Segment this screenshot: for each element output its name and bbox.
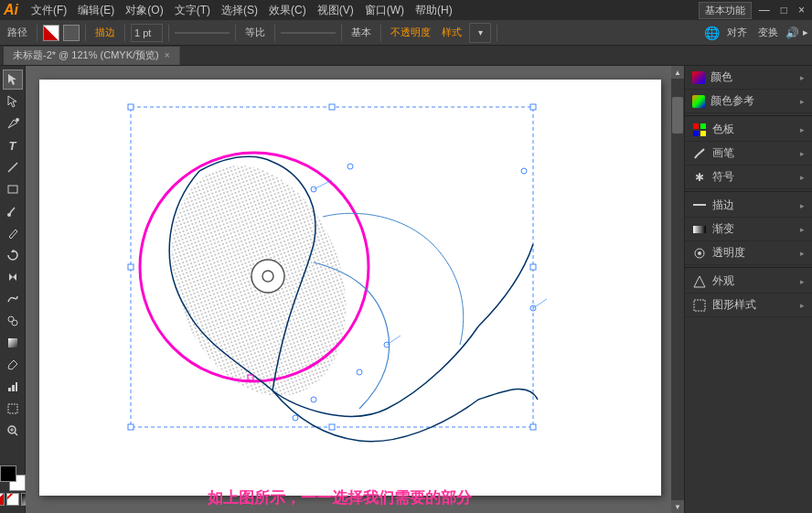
style-label[interactable]: 样式 <box>438 26 465 39</box>
appearance-label: 外观 <box>712 273 734 289</box>
shape-builder-tool[interactable] <box>3 311 23 331</box>
handle-2[interactable] <box>347 164 353 169</box>
eyedropper-tool[interactable] <box>3 355 23 375</box>
menu-file[interactable]: 文件(F) <box>26 3 72 18</box>
transparency-expand[interactable]: ▸ <box>800 249 805 258</box>
svg-line-3 <box>8 163 17 172</box>
brushes-label: 画笔 <box>712 145 734 161</box>
brushes-expand[interactable]: ▸ <box>800 149 805 158</box>
warp-tool[interactable] <box>3 289 23 309</box>
gradient-expand[interactable]: ▸ <box>800 225 805 234</box>
align-label[interactable]: 对齐 <box>723 26 751 39</box>
toolbar-separator-6 <box>274 25 275 41</box>
scroll-up-btn[interactable]: ▲ <box>671 66 684 79</box>
menu-edit[interactable]: 编辑(E) <box>72 3 120 18</box>
fill-swatch[interactable] <box>0 465 16 482</box>
zoom-tool[interactable] <box>3 421 23 441</box>
panel-swatches[interactable]: 色板 ▸ <box>685 118 812 142</box>
handle-3[interactable] <box>521 168 527 174</box>
window-minimize[interactable]: — <box>755 4 774 16</box>
anchor-bm[interactable] <box>329 424 335 430</box>
gradient-tool[interactable] <box>3 333 23 353</box>
none-mode-btn[interactable] <box>6 493 19 506</box>
handle-line-1 <box>314 180 332 189</box>
gradient-label-panel: 渐变 <box>712 221 734 237</box>
panel-stroke[interactable]: 描边 ▸ <box>685 194 812 218</box>
transparency-icon <box>692 246 707 261</box>
color-guide-expand[interactable]: ▸ <box>800 97 805 106</box>
bar-chart-tool[interactable] <box>3 377 23 397</box>
menu-window[interactable]: 窗口(W) <box>359 3 410 18</box>
menu-select[interactable]: 选择(S) <box>216 3 263 18</box>
handle-7[interactable] <box>311 397 316 402</box>
panel-transparency[interactable]: 透明度 ▸ <box>685 241 812 265</box>
anchor-bl[interactable] <box>128 424 134 430</box>
menu-object[interactable]: 对象(O) <box>120 3 168 18</box>
opacity-label[interactable]: 不透明度 <box>387 26 434 39</box>
handle-6[interactable] <box>357 369 362 375</box>
direct-selection-tool[interactable] <box>3 91 23 112</box>
artboard-tool[interactable] <box>3 399 23 419</box>
fill-square-btn[interactable] <box>63 25 80 41</box>
stroke-label[interactable]: 描边 <box>91 26 119 39</box>
type-tool[interactable]: T <box>3 135 23 155</box>
sound-icon[interactable]: 🔊 <box>785 27 799 39</box>
panel-color[interactable]: 颜色 ▸ <box>685 66 812 90</box>
pen-tool[interactable] <box>3 113 23 134</box>
panel-graphic-styles[interactable]: 图形样式 ▸ <box>685 294 812 317</box>
panel-symbols[interactable]: ✱ 符号 ▸ <box>685 166 812 189</box>
appearance-expand[interactable]: ▸ <box>800 277 805 286</box>
panel-appearance[interactable]: 外观 ▸ <box>685 270 812 294</box>
pencil-tool[interactable] <box>3 223 23 243</box>
anchor-tr[interactable] <box>530 104 536 110</box>
eye-white <box>251 260 284 293</box>
swatches-expand[interactable]: ▸ <box>800 125 805 134</box>
style-dropdown[interactable]: ▾ <box>469 23 491 43</box>
svg-marker-1 <box>8 96 16 107</box>
graphic-styles-expand[interactable]: ▸ <box>800 301 805 310</box>
panel-gradient[interactable]: 渐变 ▸ <box>685 218 812 241</box>
line-tool[interactable] <box>3 157 23 177</box>
paintbrush-tool[interactable] <box>3 201 23 221</box>
toolbar-expand[interactable]: ▸ <box>803 27 808 38</box>
canvas-area[interactable]: 如上图所示，一一选择我们需要的部分 <box>26 66 671 513</box>
globe-icon[interactable]: 🌐 <box>704 26 720 40</box>
color-expand[interactable]: ▸ <box>800 73 805 82</box>
panel-divider-2 <box>685 191 812 192</box>
scroll-down-btn[interactable]: ▼ <box>671 500 684 513</box>
scroll-track[interactable] <box>671 79 684 500</box>
selection-tool[interactable] <box>3 69 23 90</box>
stroke-width-input[interactable] <box>131 24 163 42</box>
document-tab[interactable]: 未标题-2* @ 121% (CMYK/预览) × <box>4 47 180 65</box>
menu-help[interactable]: 帮助(H) <box>410 3 458 18</box>
reflect-tool[interactable] <box>3 267 23 287</box>
symbols-expand[interactable]: ▸ <box>800 173 805 182</box>
tail-bottom <box>272 390 478 442</box>
workspace-selector[interactable]: 基本功能 <box>699 2 752 19</box>
menu-view[interactable]: 视图(V) <box>312 3 359 18</box>
scroll-thumb[interactable] <box>672 97 683 134</box>
panel-divider-1 <box>685 115 812 116</box>
rotate-tool[interactable] <box>3 245 23 265</box>
tab-close[interactable]: × <box>165 50 170 60</box>
color-label: 颜色 <box>710 69 732 85</box>
window-restore[interactable]: □ <box>777 4 791 16</box>
transform-label[interactable]: 变换 <box>754 26 782 39</box>
vertical-scrollbar[interactable]: ▲ ▼ <box>671 66 684 513</box>
rectangle-tool[interactable] <box>3 179 23 199</box>
app-logo: Ai <box>4 2 18 18</box>
panel-brushes[interactable]: 画笔 ▸ <box>685 142 812 166</box>
anchor-br[interactable] <box>530 424 536 430</box>
anchor-mr[interactable] <box>530 264 536 270</box>
stroke-expand[interactable]: ▸ <box>800 201 805 210</box>
stroke-color-btn[interactable] <box>43 25 59 41</box>
handle-8[interactable] <box>293 415 298 421</box>
panel-color-guide[interactable]: 颜色参考 ▸ <box>685 90 812 113</box>
menu-text[interactable]: 文字(T) <box>169 3 216 18</box>
window-close[interactable]: × <box>795 4 808 16</box>
anchor-tl[interactable] <box>128 104 134 110</box>
menu-effect[interactable]: 效果(C) <box>263 3 312 18</box>
fill-mode-btn[interactable] <box>0 493 5 506</box>
anchor-tm[interactable] <box>329 104 335 110</box>
anchor-ml[interactable] <box>128 264 134 270</box>
